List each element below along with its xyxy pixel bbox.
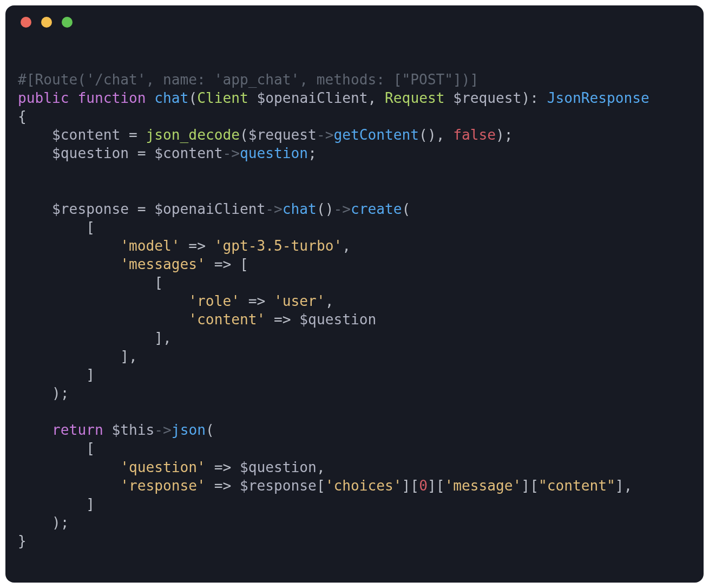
code-token: ->	[265, 201, 283, 217]
code-token: [	[317, 478, 325, 494]
code-token: question	[240, 145, 308, 161]
code-token: =>	[248, 293, 266, 309]
code-token: ],	[18, 330, 172, 346]
code-line: 'response' => $response['choices'][0]['m…	[18, 478, 632, 494]
code-token	[444, 90, 453, 106]
code-token: (),	[419, 127, 453, 143]
code-token: ->	[222, 145, 240, 161]
code-line: [	[18, 275, 163, 291]
code-token: [	[18, 275, 163, 291]
code-editor-content: #[Route('/chat', name: 'app_chat', metho…	[18, 70, 691, 550]
code-token: function	[77, 90, 146, 106]
code-token	[18, 293, 188, 309]
code-line: {	[18, 108, 27, 125]
code-line: 'content' => $question	[18, 311, 376, 328]
code-token: 'response'	[120, 478, 206, 494]
code-token: ()	[317, 201, 334, 217]
maximize-icon[interactable]	[62, 17, 73, 28]
code-token: 'model'	[120, 238, 180, 254]
code-token: 'message'	[444, 478, 521, 494]
code-token: =>	[274, 311, 291, 328]
code-token: =>	[214, 478, 232, 494]
code-token: 'user'	[274, 293, 325, 309]
code-token: return	[52, 422, 103, 438]
code-token: Client	[197, 90, 248, 106]
code-token	[18, 422, 52, 438]
code-line: 'role' => 'user',	[18, 293, 333, 309]
code-token	[240, 293, 248, 309]
code-token: $question	[299, 311, 376, 328]
code-window: #[Route('/chat', name: 'app_chat', metho…	[5, 5, 704, 583]
code-token: $request	[248, 127, 317, 143]
code-token: JsonResponse	[547, 90, 649, 106]
code-token: $question	[52, 145, 129, 161]
code-token: ,	[368, 90, 385, 106]
code-token: 'choices'	[325, 478, 402, 494]
code-token: 'content'	[188, 311, 265, 328]
code-token: [	[18, 440, 95, 456]
code-line: ]	[18, 496, 95, 512]
code-token: $response	[240, 478, 317, 494]
code-token: public	[18, 90, 69, 106]
code-token: "content"	[539, 478, 615, 494]
code-token: }	[18, 533, 27, 549]
code-line: public function chat(Client $openaiClien…	[18, 90, 649, 106]
code-token	[18, 238, 120, 254]
code-token: json_decode	[146, 127, 240, 143]
code-token	[180, 238, 189, 254]
code-token	[206, 238, 214, 254]
code-token	[146, 90, 155, 106]
code-token: 'role'	[188, 293, 240, 309]
code-token: Request	[385, 90, 444, 106]
code-line: $content = json_decode($request->getCont…	[18, 127, 513, 143]
code-line: );	[18, 385, 69, 401]
code-token: $response	[52, 201, 129, 217]
code-line: #[Route('/chat', name: 'app_chat', metho…	[18, 71, 478, 88]
code-token: $this	[111, 422, 154, 438]
code-line: $response = $openaiClient->chat()->creat…	[18, 201, 410, 217]
code-token: ->	[154, 422, 172, 438]
code-token: ->	[317, 127, 334, 143]
close-icon[interactable]	[21, 17, 31, 28]
code-token: json	[172, 422, 206, 438]
minimize-icon[interactable]	[41, 17, 52, 28]
code-token: ],	[615, 478, 633, 494]
code-token	[265, 293, 274, 309]
code-token: (	[240, 127, 248, 143]
code-token: =>	[214, 256, 232, 272]
code-line: 'question' => $question,	[18, 459, 325, 475]
code-token: );	[18, 385, 69, 401]
code-line: 'model' => 'gpt-3.5-turbo',	[18, 238, 351, 254]
code-token: false	[453, 127, 496, 143]
code-token: ][	[428, 478, 445, 494]
code-token: $content	[52, 127, 120, 143]
code-token: [	[18, 219, 95, 236]
code-token	[69, 90, 78, 106]
code-token: ][	[521, 478, 539, 494]
code-token: create	[351, 201, 402, 217]
code-token: (	[188, 90, 197, 106]
code-token: [	[231, 256, 248, 272]
code-token: $question	[240, 459, 317, 475]
code-token: ,	[342, 238, 351, 254]
code-line: [	[18, 219, 95, 236]
code-token	[18, 145, 52, 161]
code-line: ]	[18, 367, 95, 383]
code-token: chat	[154, 90, 188, 106]
code-token: ]	[18, 367, 95, 383]
code-token	[206, 256, 214, 272]
code-token: 'question'	[120, 459, 206, 475]
code-token: ,	[317, 459, 325, 475]
code-line: 'messages' => [	[18, 256, 248, 272]
code-token: ][	[402, 478, 419, 494]
code-token: ->	[333, 201, 351, 217]
code-token: $openaiClient	[257, 90, 368, 106]
code-token	[231, 459, 240, 475]
code-token: =>	[188, 238, 206, 254]
code-token: 'messages'	[120, 256, 206, 272]
code-token: chat	[283, 201, 317, 217]
code-token: getContent	[333, 127, 419, 143]
code-token: $request	[453, 90, 521, 106]
code-token: );	[18, 514, 69, 531]
code-token: $content	[154, 145, 222, 161]
